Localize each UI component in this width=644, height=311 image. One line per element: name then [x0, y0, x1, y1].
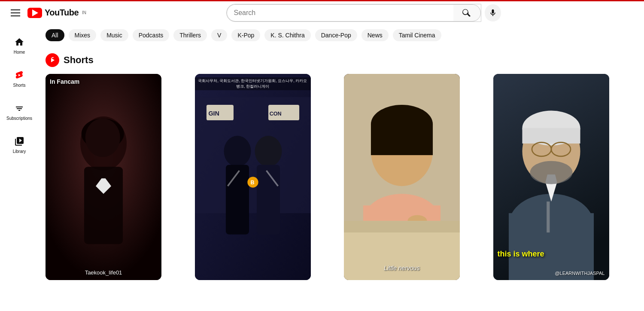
short-caption-4: this is where	[498, 250, 605, 259]
svg-point-11	[255, 136, 282, 167]
short-credit-1: Taekook_life01	[46, 269, 161, 276]
sidebar-library-label: Library	[13, 149, 26, 154]
chip-kschithra[interactable]: K. S. Chithra	[264, 29, 310, 41]
short-card-3[interactable]: Little nervous	[344, 74, 460, 280]
subscriptions-icon	[14, 103, 24, 113]
sidebar-item-home[interactable]: Home	[2, 30, 37, 61]
main-content: All Mixes Music Podcasts Thrillers V K-P…	[39, 24, 644, 290]
chip-news[interactable]: News	[361, 29, 389, 41]
library-icon	[14, 136, 24, 146]
short-card-1[interactable]: In Fancam Taekook_life01	[46, 74, 161, 280]
short-top-label-1: In Fancam	[50, 78, 79, 85]
svg-text:GIN: GIN	[208, 110, 219, 117]
youtube-logo[interactable]: YouTubeIN	[27, 8, 86, 18]
svg-point-5	[85, 119, 120, 157]
menu-button[interactable]	[7, 4, 24, 21]
chip-v[interactable]: V	[211, 29, 227, 41]
sidebar-item-subscriptions[interactable]: Subscriptions	[2, 96, 37, 128]
chip-tamilcinema[interactable]: Tamil Cinema	[393, 29, 441, 41]
sidebar-home-label: Home	[14, 50, 25, 55]
svg-rect-12	[257, 165, 280, 235]
search-input[interactable]	[227, 4, 454, 21]
country-code: IN	[82, 10, 86, 15]
chip-thrillers[interactable]: Thrillers	[173, 29, 207, 41]
short-thumbnail-3	[344, 74, 460, 280]
sidebar-shorts-label: Shorts	[13, 83, 26, 88]
shorts-section-title: Shorts	[64, 55, 94, 66]
short-thumbnail-2: GIN CON B	[195, 74, 311, 280]
chip-all[interactable]: All	[46, 29, 64, 41]
svg-rect-30	[344, 221, 460, 232]
sidebar-subscriptions-label: Subscriptions	[6, 116, 32, 121]
youtube-wordmark: YouTube	[45, 8, 79, 18]
svg-rect-36	[508, 213, 593, 280]
svg-point-9	[224, 136, 251, 167]
topbar: YouTubeIN	[0, 0, 644, 24]
sidebar-item-shorts[interactable]: Shorts	[2, 63, 37, 95]
sidebar: Home Shorts Subscriptions Library	[0, 24, 39, 290]
svg-rect-25	[371, 124, 433, 155]
short-caption-3: Little nervous	[344, 265, 460, 271]
short-thumbnail-1	[46, 74, 161, 280]
chip-mixes[interactable]: Mixes	[69, 29, 97, 41]
home-icon	[14, 37, 24, 47]
svg-point-41	[530, 161, 572, 184]
shorts-section: Shorts	[46, 53, 637, 280]
short-corner-credit-4: @LEARNWITHJASPAL	[555, 271, 605, 276]
chip-podcasts[interactable]: Podcasts	[133, 29, 170, 41]
chip-dancepop[interactable]: Dance-Pop	[315, 29, 357, 41]
chip-music[interactable]: Music	[100, 29, 128, 41]
search-form	[226, 4, 482, 22]
short-card-2[interactable]: GIN CON B 국회사무처, 국회도서관, 한국인터넷기가원회, 요스나우,…	[195, 74, 311, 280]
short-thumbnail-4	[493, 74, 609, 280]
search-area	[226, 4, 501, 22]
search-button[interactable]	[453, 4, 481, 21]
short-card-4[interactable]: this is where @LEARNWITHJASPAL	[493, 74, 609, 280]
korean-text-banner: 국회사무처, 국회도서관, 한국인터넷기가원회, 요스나우, 카카오뱅크, 한컬…	[195, 77, 311, 90]
shorts-header: Shorts	[46, 53, 637, 67]
mic-button[interactable]	[485, 4, 501, 21]
svg-rect-42	[547, 201, 550, 232]
chip-kpop[interactable]: K-Pop	[231, 29, 260, 41]
shorts-logo-icon	[46, 53, 59, 67]
svg-rect-10	[225, 165, 249, 235]
shorts-icon	[14, 70, 24, 80]
svg-text:CON: CON	[269, 111, 281, 117]
svg-rect-34	[522, 128, 580, 143]
filter-bar: All Mixes Music Podcasts Thrillers V K-P…	[46, 24, 637, 46]
sidebar-item-library[interactable]: Library	[2, 129, 37, 161]
svg-text:B: B	[250, 180, 254, 186]
shorts-grid: In Fancam Taekook_life01	[46, 74, 637, 280]
